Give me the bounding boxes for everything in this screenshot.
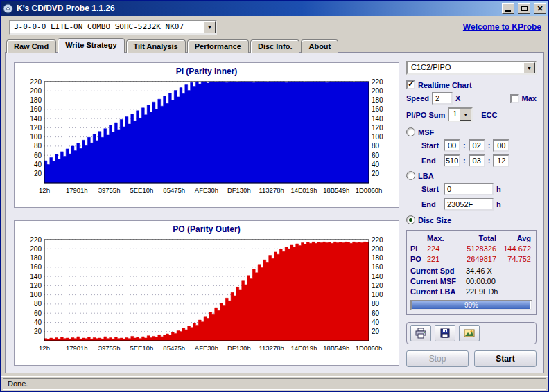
svg-text:140: 140 — [372, 273, 383, 280]
svg-text:220: 220 — [30, 236, 42, 244]
start-button[interactable]: Start — [474, 350, 537, 367]
svg-text:60: 60 — [372, 152, 380, 159]
svg-text:120: 120 — [372, 282, 383, 289]
print-icon — [415, 328, 426, 339]
svg-text:180: 180 — [372, 96, 383, 104]
svg-text:AFE30h: AFE30h — [195, 344, 218, 352]
svg-text:85475h: 85475h — [163, 344, 185, 352]
msf-end-sec-input[interactable] — [469, 154, 485, 167]
stats-header-max: Max. — [427, 233, 451, 244]
colon-separator: : — [488, 157, 491, 165]
msf-start-label: Start — [421, 141, 441, 150]
mode-select[interactable]: C1C2/PIPO ▼ — [406, 61, 537, 75]
pi-row-label: PI — [410, 244, 427, 254]
pipo-sum-value: 1 — [449, 109, 460, 121]
pi-chart-box: PI (Parity Inner) 2202202002001801801601… — [14, 62, 399, 208]
lba-radio[interactable] — [406, 171, 415, 180]
colon-separator: : — [463, 141, 466, 150]
close-icon: ✕ — [537, 5, 543, 12]
status-text: Done. — [3, 378, 546, 390]
svg-text:140: 140 — [372, 115, 383, 123]
progress-text: 99% — [412, 301, 531, 309]
svg-text:20: 20 — [34, 170, 42, 177]
minimize-button[interactable] — [502, 3, 514, 14]
lba-end-input[interactable] — [444, 198, 494, 211]
pipo-sum-select[interactable]: 1 ▼ — [448, 107, 473, 122]
progress-bar: 99% — [410, 300, 532, 310]
tab-strip: Raw Cmd Write Strategy Tilt Analysis Per… — [1, 38, 548, 53]
svg-text:200: 200 — [372, 87, 383, 95]
current-lba-value: 22F9EDh — [466, 287, 532, 297]
msf-start-frame-input[interactable] — [493, 139, 509, 152]
tab-about[interactable]: About — [301, 39, 338, 53]
chevron-down-icon[interactable]: ▼ — [460, 109, 471, 121]
lba-start-label: Start — [421, 185, 441, 193]
svg-text:100: 100 — [30, 291, 42, 299]
pi-chart-title: PI (Parity Inner) — [176, 66, 238, 76]
pi-chart: 2202202002001801801601601401401201201001… — [15, 78, 398, 201]
charts-column: PI (Parity Inner) 2202202002001801801601… — [12, 60, 401, 367]
tab-write-strategy[interactable]: Write Strategy — [58, 38, 124, 53]
max-speed-checkbox[interactable] — [510, 94, 519, 103]
current-msf-value: 00:00:00 — [466, 276, 532, 287]
realtime-chart-label: Realtime Chart — [418, 81, 472, 89]
svg-text:200: 200 — [372, 245, 383, 253]
msf-radio[interactable] — [406, 127, 415, 136]
chevron-down-icon[interactable]: ▼ — [204, 21, 216, 33]
current-values: Current Spd 34.46 X Current MSF 00:00:00… — [410, 266, 532, 297]
drive-select[interactable]: 3-0-0-0 LITE-ON COMBO SOHC-5232K NK07 ▼ — [9, 20, 217, 35]
msf-start-min-input[interactable] — [444, 139, 460, 152]
msf-start-sec-input[interactable] — [469, 139, 485, 152]
speed-input[interactable] — [432, 92, 453, 105]
print-button[interactable] — [410, 325, 431, 341]
app-window: K's CD/DVD Probe 1.1.26 ✕ 3-0-0-0 LITE-O… — [0, 0, 549, 392]
run-controls: Stop Start — [406, 350, 537, 367]
msf-end-frame-input[interactable] — [493, 154, 509, 167]
svg-text:40: 40 — [34, 319, 42, 326]
tab-performance[interactable]: Performance — [187, 39, 249, 53]
svg-text:17901h: 17901h — [66, 186, 88, 194]
lba-end-unit-label: h — [496, 200, 501, 208]
save-chart-image-icon — [464, 328, 475, 339]
svg-text:220: 220 — [372, 236, 383, 244]
svg-text:200: 200 — [30, 245, 42, 253]
svg-text:40: 40 — [34, 161, 42, 168]
pi-avg-value: 144.672 — [496, 244, 531, 254]
svg-text:80: 80 — [372, 300, 380, 308]
maximize-button[interactable] — [518, 3, 530, 14]
svg-text:20: 20 — [372, 328, 380, 335]
tab-tilt-analysis[interactable]: Tilt Analysis — [126, 39, 186, 53]
stats-corner — [410, 233, 427, 244]
current-msf-label: Current MSF — [410, 276, 466, 287]
svg-text:1D0060h: 1D0060h — [356, 344, 383, 352]
po-chart: 2202202002001801801601601401401201201001… — [15, 235, 398, 359]
realtime-chart-checkbox[interactable] — [406, 80, 415, 89]
svg-text:18B549h: 18B549h — [323, 344, 349, 352]
svg-text:12h: 12h — [39, 186, 50, 194]
lba-start-input[interactable] — [444, 183, 494, 195]
stop-button[interactable]: Stop — [406, 350, 469, 367]
tab-disc-info[interactable]: Disc Info. — [250, 39, 300, 53]
current-spd-value: 34.46 X — [466, 266, 532, 276]
pi-max-value: 224 — [427, 244, 451, 254]
msf-label: MSF — [418, 128, 434, 136]
svg-text:140: 140 — [30, 273, 42, 280]
svg-text:160: 160 — [372, 105, 383, 113]
svg-text:18B549h: 18B549h — [323, 186, 349, 194]
svg-text:80: 80 — [34, 300, 42, 308]
svg-text:5EE10h: 5EE10h — [130, 186, 153, 194]
save-button[interactable] — [435, 325, 455, 341]
disc-size-radio[interactable] — [406, 215, 415, 224]
close-button[interactable]: ✕ — [534, 3, 546, 14]
tab-raw-cmd[interactable]: Raw Cmd — [6, 39, 56, 53]
chevron-down-icon[interactable]: ▼ — [523, 62, 535, 73]
toolbar: 3-0-0-0 LITE-ON COMBO SOHC-5232K NK07 ▼ … — [1, 16, 548, 38]
msf-end-min-input[interactable] — [444, 154, 460, 167]
welcome-link[interactable]: Welcome to KProbe — [463, 22, 541, 32]
save-chart-image-button[interactable] — [459, 325, 480, 341]
speed-unit-label: X — [455, 94, 460, 103]
control-panel: C1C2/PIPO ▼ Realtime Chart Speed X Max P… — [406, 60, 538, 367]
svg-text:100: 100 — [30, 133, 42, 141]
svg-text:40: 40 — [372, 161, 380, 168]
po-max-value: 221 — [427, 254, 451, 265]
